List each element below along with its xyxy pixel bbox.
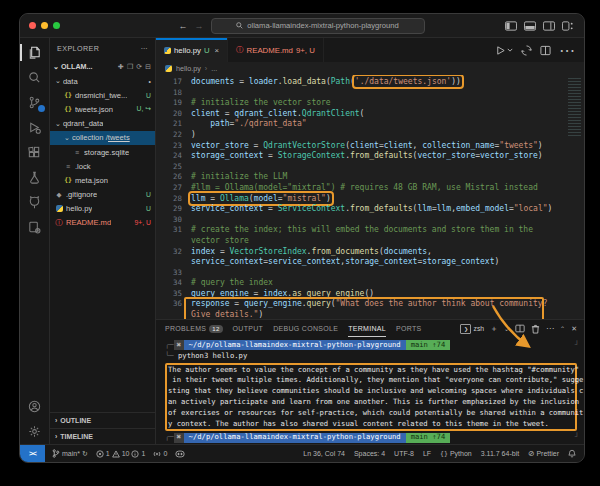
activity-github-icon[interactable] xyxy=(20,190,49,215)
workspace-section-header[interactable]: ⌄ OLLAM... ✚ ❐ ⟳ ⊟ xyxy=(50,59,155,74)
zoom-window-button[interactable] xyxy=(53,22,60,29)
toggle-secondary-sidebar-icon[interactable] xyxy=(543,21,555,31)
python-icon xyxy=(56,205,63,212)
tree-item-readme.md[interactable]: ⓘREADME.md9+, U xyxy=(50,216,155,230)
activity-search-icon[interactable] xyxy=(20,65,49,90)
git-status-badge: U xyxy=(143,92,151,99)
panel-tab-terminal[interactable]: TERMINAL xyxy=(348,320,386,337)
panel-tab-problems[interactable]: PROBLEMS12 xyxy=(165,320,223,337)
tree-item-label: tweets.json xyxy=(75,105,113,114)
run-python-file-button[interactable] xyxy=(495,45,513,56)
code-editor[interactable]: 17documents = loader.load_data(Path('./d… xyxy=(156,75,584,319)
breadcrumb-file[interactable]: hello.py xyxy=(176,64,201,73)
activity-source-control-icon[interactable] xyxy=(20,90,49,115)
tree-item-data[interactable]: ⌄data• xyxy=(50,74,155,88)
new-terminal-icon[interactable]: ＋ xyxy=(490,323,498,334)
tab-hello.py[interactable]: hello.pyU× xyxy=(156,38,228,62)
refresh-explorer-icon[interactable]: ⟳ xyxy=(136,63,142,71)
notifications-bell-icon[interactable] xyxy=(568,449,576,458)
line-number: 19 xyxy=(156,98,191,109)
collapse-folders-icon[interactable]: ⊟ xyxy=(145,63,151,71)
settings-gear-icon[interactable] xyxy=(20,419,49,444)
search-value: ollama-llamaindex-mixtral-python-playgro… xyxy=(247,21,399,30)
indentation[interactable]: Spaces: 4 xyxy=(354,450,385,457)
breadcrumb[interactable]: hello.py › ... xyxy=(156,62,584,75)
tab-label: hello.py xyxy=(174,46,201,55)
activity-notebook-icon[interactable] xyxy=(20,215,49,240)
ports-status[interactable]: 0 xyxy=(153,450,167,458)
terminal[interactable]: ╭─⌘~/d/p/ollama-llamaindex-mixtral-pytho… xyxy=(156,337,584,444)
toggle-panel-icon[interactable] xyxy=(524,21,536,31)
cursor-position[interactable]: Ln 36, Col 74 xyxy=(303,450,345,457)
panel-more-actions-icon[interactable]: ⋯ xyxy=(546,324,554,333)
command-center-search[interactable]: ollama-llamaindex-mixtral-python-playgro… xyxy=(211,18,425,34)
tree-item-tweets.json[interactable]: {}tweets.jsonU, ↪ xyxy=(50,102,155,116)
code-line: 29service_context = ServiceContext.from_… xyxy=(156,204,584,215)
minimize-window-button[interactable] xyxy=(41,22,48,29)
tree-item-qdrant-data[interactable]: ⌄qdrant_data xyxy=(50,117,155,131)
tree-item-meta.json[interactable]: {}meta.json xyxy=(50,173,155,187)
close-tab-icon[interactable]: × xyxy=(215,46,220,55)
close-panel-icon[interactable]: ✕ xyxy=(571,325,577,333)
terminal-dropdown-icon[interactable]: ⌄ xyxy=(504,325,509,332)
formatter-status[interactable]: ⊘ Prettier xyxy=(528,449,559,458)
split-editor-icon[interactable] xyxy=(540,45,551,56)
toggle-primary-sidebar-icon[interactable] xyxy=(505,21,517,31)
forward-icon[interactable]: → xyxy=(195,21,204,31)
terminal-prompt-2: ╭─⌘~/d/p/ollama-llamaindex-mixtral-pytho… xyxy=(165,432,579,443)
maximize-panel-icon[interactable]: ⌃ xyxy=(560,325,565,332)
split-terminal-icon[interactable] xyxy=(515,324,525,333)
activity-extensions-icon[interactable] xyxy=(20,140,49,165)
encoding[interactable]: UTF-8 xyxy=(394,450,414,457)
activity-explorer-icon[interactable] xyxy=(20,40,49,65)
tree-item-dnsmichi-twe...[interactable]: {}dnsmichi_twe...U xyxy=(50,88,155,102)
tree-item-label: .lock xyxy=(75,162,91,171)
eol-sequence[interactable]: LF xyxy=(423,450,431,457)
back-icon[interactable]: ← xyxy=(179,21,188,31)
tab-readme.md[interactable]: ⓘREADME.md9+, U xyxy=(228,38,324,62)
terminal-profile-label[interactable]: ❯ zsh xyxy=(460,324,484,334)
minimap[interactable] xyxy=(568,78,581,138)
line-number: 34 xyxy=(156,278,191,289)
line-number: 33 xyxy=(156,268,191,279)
code-line: 34# query the index xyxy=(156,278,584,289)
terminal-output-line: y context. The author has also shared vi… xyxy=(168,419,574,430)
code-line: 19# initialize the vector store xyxy=(156,98,584,109)
account-icon[interactable] xyxy=(20,394,49,419)
panel-tab-debug-console[interactable]: DEBUG CONSOLE xyxy=(273,320,338,337)
tree-item-hello.py[interactable]: hello.pyU xyxy=(50,202,155,216)
terminal-output-line: sting that they believe communities shou… xyxy=(168,386,574,397)
chevron-down-icon: ⌄ xyxy=(53,62,59,71)
breadcrumb-symbol[interactable]: ... xyxy=(211,64,217,73)
copilot-status[interactable] xyxy=(175,450,185,458)
breadcrumb-separator: › xyxy=(205,64,207,73)
tree-item-storage.sqlite[interactable]: ≡storage.sqlite xyxy=(50,145,155,159)
remote-indicator[interactable]: >< xyxy=(20,445,45,462)
tree-item-.lock[interactable]: ≡.lock xyxy=(50,159,155,173)
activity-run-debug-icon[interactable] xyxy=(20,115,49,140)
editor-more-actions-icon[interactable]: ⋯ xyxy=(559,41,575,60)
kill-terminal-icon[interactable] xyxy=(531,324,540,334)
language-mode[interactable]: {} Python xyxy=(440,450,472,458)
activity-testing-icon[interactable] xyxy=(20,165,49,190)
python-interpreter[interactable]: 3.11.7 64-bit xyxy=(481,450,519,457)
tree-item-label: hello.py xyxy=(66,204,92,213)
new-folder-icon[interactable]: ❐ xyxy=(127,63,133,71)
close-window-button[interactable] xyxy=(29,22,36,29)
tree-item-collection-tweets[interactable]: ⌄collection / tweets xyxy=(50,131,155,145)
problems-status[interactable]: 1 10 1 xyxy=(96,450,146,458)
compare-changes-icon[interactable] xyxy=(521,45,532,56)
scm-badge xyxy=(38,105,45,112)
code-line: 22) xyxy=(156,130,584,141)
new-file-icon[interactable]: ✚ xyxy=(118,63,124,71)
customize-layout-icon[interactable] xyxy=(562,21,574,31)
line-number: 18 xyxy=(156,88,191,99)
outline-section[interactable]: › OUTLINE xyxy=(50,412,155,428)
timeline-section[interactable]: › TIMELINE xyxy=(50,428,155,444)
panel-tab-ports[interactable]: PORTS xyxy=(396,320,422,337)
git-branch-status[interactable]: main* ↻ xyxy=(52,449,88,458)
panel-tab-output[interactable]: OUTPUT xyxy=(233,320,264,337)
tree-item-.gitignore[interactable]: ◆.gitignoreU xyxy=(50,188,155,202)
explorer-more-actions[interactable]: ⋯ xyxy=(140,44,148,53)
activity-bar xyxy=(20,38,50,444)
